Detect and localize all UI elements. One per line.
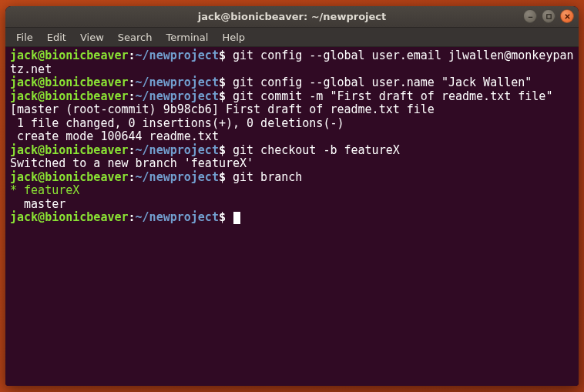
terminal-viewport[interactable]: jack@bionicbeaver:~/newproject$ git conf… [5,47,579,386]
prompt-user-host: jack@bionicbeaver [10,210,129,224]
prompt-sigil: $ [219,210,233,224]
window-title: jack@bionicbeaver: ~/newproject [198,11,387,22]
prompt-path: ~/newproject [136,49,219,62]
output-text: 1 file changed, 0 insertions(+), 0 delet… [10,116,344,130]
titlebar: jack@bionicbeaver: ~/newproject [5,6,579,28]
prompt-user-host: jack@bionicbeaver [10,89,129,103]
cursor [233,212,240,224]
terminal-line: jack@bionicbeaver:~/newproject$ git bran… [10,171,574,185]
prompt-path: ~/newproject [136,75,219,89]
close-icon [564,13,571,20]
command-text: git config --global user.name "Jack Wall… [233,75,532,89]
terminal-line: master [10,198,574,212]
menu-search[interactable]: Search [112,29,159,45]
prompt-path: ~/newproject [136,143,219,157]
command-text: git commit -m "First draft of readme.txt… [233,89,552,103]
command-text: git checkout -b featureX [233,143,400,157]
menubar: File Edit View Search Terminal Help [5,28,579,47]
menu-help[interactable]: Help [216,29,251,45]
menu-terminal[interactable]: Terminal [159,29,214,45]
svg-rect-1 [546,14,550,18]
output-text: master [10,197,65,211]
prompt-sigil: $ [219,75,233,89]
prompt-sigil: $ [219,89,233,103]
prompt-sigil: $ [219,49,233,62]
menu-edit[interactable]: Edit [41,29,72,45]
terminal-line: create mode 100644 readme.txt [10,130,574,144]
prompt-path: ~/newproject [136,170,219,184]
terminal-line: jack@bionicbeaver:~/newproject$ git chec… [10,144,574,158]
menu-view[interactable]: View [74,29,110,45]
menu-file[interactable]: File [10,29,39,45]
terminal-line: 1 file changed, 0 insertions(+), 0 delet… [10,117,574,131]
prompt-user-host: jack@bionicbeaver [10,143,129,157]
maximize-icon [545,13,552,20]
prompt-separator: : [129,170,136,184]
output-text: create mode 100644 readme.txt [10,129,219,143]
terminal-window: jack@bionicbeaver: ~/newproject File Edi… [5,6,579,386]
prompt-user-host: jack@bionicbeaver [10,49,129,62]
prompt-sigil: $ [219,170,233,184]
prompt-separator: : [129,89,136,103]
terminal-line: jack@bionicbeaver:~/newproject$ git comm… [10,90,574,104]
prompt-separator: : [129,49,136,62]
output-text: Switched to a new branch 'featureX' [10,156,253,170]
terminal-line: [master (root-commit) 9b98cb6] First dra… [10,103,574,117]
prompt-path: ~/newproject [136,89,219,103]
terminal-line: * featureX [10,184,574,198]
window-controls [523,9,574,23]
prompt-user-host: jack@bionicbeaver [10,75,129,89]
branch-current: * featureX [10,183,79,197]
command-text: git branch [233,170,302,184]
terminal-line: jack@bionicbeaver:~/newproject$ git conf… [10,49,574,76]
prompt-separator: : [129,210,136,224]
prompt-path: ~/newproject [136,210,219,224]
prompt-separator: : [129,143,136,157]
minimize-icon [527,13,534,20]
minimize-button[interactable] [523,9,537,23]
terminal-line: jack@bionicbeaver:~/newproject$ [10,211,574,225]
output-text: [master (root-commit) 9b98cb6] First dra… [10,102,435,116]
prompt-separator: : [129,75,136,89]
close-button[interactable] [560,9,574,23]
terminal-line: jack@bionicbeaver:~/newproject$ git conf… [10,76,574,90]
prompt-sigil: $ [219,143,233,157]
maximize-button[interactable] [542,9,555,23]
prompt-user-host: jack@bionicbeaver [10,170,129,184]
terminal-line: Switched to a new branch 'featureX' [10,157,574,171]
